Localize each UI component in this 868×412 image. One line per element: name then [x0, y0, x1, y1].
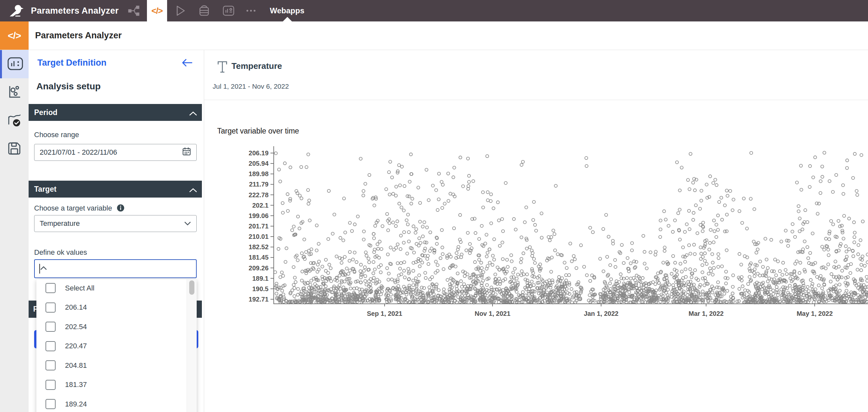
svg-text:181.45: 181.45	[249, 254, 269, 261]
scrollbar-track[interactable]	[187, 279, 197, 412]
checkbox[interactable]	[45, 303, 56, 313]
dropdown-item-label: 206.14	[65, 303, 87, 312]
svg-text:189.98: 189.98	[249, 170, 269, 178]
webapp-code-tile: </>	[0, 22, 29, 50]
dropdown-item-label: 220.47	[65, 342, 87, 350]
calendar-icon[interactable]	[182, 147, 191, 158]
chart-title: Target variable over time	[217, 127, 299, 135]
dropdown-item-label: 189.24	[65, 400, 87, 408]
dropdown-item-label: Select All	[65, 284, 95, 292]
variable-date-range: Jul 1, 2021 - Nov 6, 2022	[213, 83, 289, 90]
chevron-down-icon	[184, 219, 191, 228]
section-label: Target	[34, 185, 57, 194]
topbar: Parameters Analyzer </>	[0, 0, 868, 22]
section-label: Period	[34, 108, 58, 117]
section-header-period[interactable]: Period	[29, 104, 202, 121]
rail-item-monitor[interactable]	[0, 106, 29, 135]
code-icon: </>	[8, 30, 21, 41]
svg-text:Mar 1, 2022: Mar 1, 2022	[688, 310, 724, 317]
target-variable-value: Temperature	[40, 219, 184, 228]
dropdown-item[interactable]: 220.47	[36, 337, 187, 356]
dashboard-icon[interactable]	[222, 0, 236, 22]
rail-item-save[interactable]	[0, 135, 29, 163]
info-icon[interactable]	[117, 204, 125, 214]
dropdown-item[interactable]: 181.37	[36, 375, 187, 394]
chevron-up-icon[interactable]	[40, 266, 47, 272]
ok-values-input[interactable]	[34, 259, 197, 278]
collapse-panel-arrow-icon[interactable]	[181, 58, 194, 69]
svg-text:192.71: 192.71	[249, 296, 269, 303]
svg-text:199.06: 199.06	[249, 212, 269, 219]
code-icon: </>	[152, 6, 163, 16]
svg-text:202.1: 202.1	[252, 202, 269, 209]
svg-text:May 1, 2022: May 1, 2022	[797, 310, 833, 317]
target-variable-scatter-chart[interactable]: 206.19205.94189.98211.79222.78202.1199.0…	[205, 136, 868, 328]
section-header-target[interactable]: Target	[29, 181, 202, 197]
target-variable-label: Choose a target variable	[34, 204, 125, 214]
dropdown-item-select-all[interactable]: Select All	[36, 279, 187, 297]
choose-range-label: Choose range	[34, 131, 79, 139]
icon-rail	[0, 50, 29, 412]
checkbox[interactable]	[45, 380, 56, 390]
target-variable-select[interactable]: Temperature	[34, 215, 197, 232]
variable-title: Temperature	[231, 61, 282, 71]
page-title: Parameters Analyzer	[35, 22, 122, 50]
rail-item-scatter[interactable]	[0, 78, 29, 106]
svg-text:182.52: 182.52	[249, 243, 269, 251]
svg-text:209.26: 209.26	[249, 264, 269, 272]
date-range-input[interactable]: 2021/07/01 - 2022/11/06	[34, 144, 197, 161]
checkbox[interactable]	[45, 322, 56, 332]
chevron-up-icon	[189, 109, 197, 118]
svg-text:190.5: 190.5	[252, 285, 269, 292]
svg-text:Nov 1, 2021: Nov 1, 2021	[475, 310, 510, 317]
text-variable-icon	[217, 60, 227, 75]
stack-icon[interactable]	[198, 0, 211, 22]
date-range-value: 2021/07/01 - 2022/11/06	[40, 148, 182, 157]
scrollbar-thumb[interactable]	[189, 280, 194, 295]
project-title[interactable]: Parameters Analyzer	[31, 0, 119, 22]
report-icon	[7, 57, 23, 71]
svg-text:211.79: 211.79	[249, 181, 269, 188]
app-header	[0, 22, 868, 50]
play-icon[interactable]	[174, 0, 187, 22]
dropdown-item[interactable]: 204.81	[36, 356, 187, 375]
panel-divider	[204, 50, 204, 412]
dropdown-item-label: 181.37	[65, 380, 87, 389]
ok-values-label: Define ok values	[34, 248, 87, 257]
active-section-notch	[283, 17, 292, 22]
svg-text:Jan 1, 2022: Jan 1, 2022	[584, 310, 619, 317]
checkbox[interactable]	[45, 360, 56, 371]
checkbox[interactable]	[45, 341, 56, 351]
rail-item-report[interactable]	[0, 50, 29, 78]
svg-text:206.19: 206.19	[249, 150, 269, 157]
dropdown-item-label: 204.81	[65, 361, 87, 370]
flow-icon[interactable]	[127, 0, 141, 22]
svg-text:222.78: 222.78	[249, 191, 269, 198]
dropdown-item[interactable]: 189.24	[36, 394, 187, 412]
ok-values-dropdown: Select All206.14202.54220.47204.81181.37…	[36, 279, 197, 412]
scatter-icon	[7, 85, 22, 100]
svg-text:205.94: 205.94	[249, 160, 269, 167]
chevron-up-icon	[189, 186, 197, 195]
checkbox[interactable]	[45, 399, 56, 409]
line-check-icon	[7, 113, 22, 129]
save-icon	[7, 142, 21, 157]
panel-nav-title[interactable]: Target Definition	[37, 58, 106, 68]
svg-text:Sep 1, 2021: Sep 1, 2021	[367, 310, 402, 317]
dropdown-item[interactable]: 202.54	[36, 317, 187, 336]
checkbox[interactable]	[45, 283, 56, 293]
code-tab-active[interactable]: </>	[147, 0, 167, 22]
svg-text:210.01: 210.01	[249, 233, 269, 240]
dropdown-item[interactable]: 206.14	[36, 298, 187, 317]
svg-text:189.1: 189.1	[252, 275, 269, 282]
main-divider	[204, 100, 868, 100]
bird-logo-icon	[8, 0, 24, 22]
dropdown-item-label: 202.54	[65, 323, 87, 331]
panel-subtitle: Analysis setup	[36, 81, 101, 92]
more-icon[interactable]	[245, 0, 257, 22]
svg-text:201.71: 201.71	[249, 223, 269, 230]
